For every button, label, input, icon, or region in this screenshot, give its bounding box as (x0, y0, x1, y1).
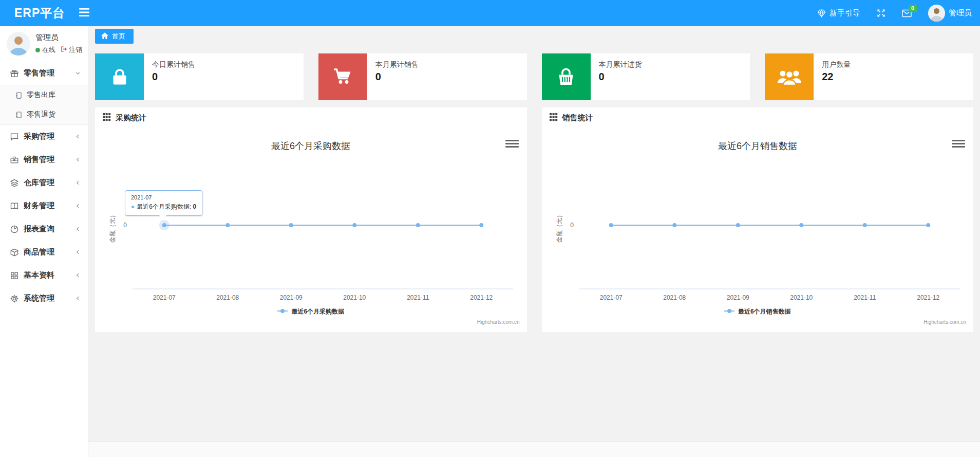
chevron-down-icon (75, 69, 81, 78)
highcharts-credits-link[interactable]: Highcharts.com.cn (924, 319, 966, 325)
sidebar-item-purchase[interactable]: 采购管理 (0, 125, 88, 148)
tab-home-label: 首页 (112, 32, 125, 41)
highcharts-credits-link[interactable]: Highcharts.com.cn (477, 319, 520, 325)
online-label: 在线 (42, 45, 55, 54)
user-meta: 管理员 在线 注销 (35, 33, 82, 54)
avatar (928, 5, 945, 22)
y-axis-tick-label: 0 (123, 222, 127, 229)
x-axis-tick-label: 2021-08 (216, 294, 239, 301)
guide-button[interactable]: 新手引导 (817, 8, 860, 18)
series-bullet-icon: ● (131, 203, 135, 210)
sidebar-item-retail-return[interactable]: 零售退货 (0, 105, 88, 124)
stat-card-title: 本月累计销售 (375, 60, 419, 69)
stat-card-text: 今日累计销售0 (144, 53, 195, 100)
data-point[interactable] (799, 223, 803, 227)
sidebar-subitem-label: 零售退货 (27, 110, 55, 119)
hamburger-icon (79, 8, 89, 18)
data-point[interactable] (926, 223, 930, 227)
messages-button[interactable]: 0 (902, 9, 912, 17)
sidebar-item-system[interactable]: 系统管理 (0, 287, 88, 310)
sidebar-item-label: 采购管理 (24, 132, 75, 141)
stat-card-today-sales: 今日累计销售0 (95, 53, 304, 100)
panel-header: 采购统计 (95, 107, 527, 129)
sidebar-item-goods[interactable]: 商品管理 (0, 241, 88, 264)
stat-card-value: 22 (822, 71, 851, 83)
data-point[interactable] (736, 223, 740, 227)
panel-header: 销售统计 (542, 107, 974, 129)
tab-home[interactable]: 首页 (95, 29, 134, 44)
sales-chart: 最近6个月销售数据金额（元）02021-072021-082021-092021… (542, 129, 974, 332)
submenu-retail: 零售出库零售退货 (0, 85, 88, 125)
y-axis-title: 金额（元） (109, 212, 116, 243)
stat-card-title: 本月累计进货 (599, 60, 642, 69)
tooltip-category: 2021-07 (131, 194, 196, 200)
sidebar-item-warehouse[interactable]: 仓库管理 (0, 171, 88, 194)
avatar (7, 32, 30, 56)
data-point[interactable] (352, 223, 356, 227)
x-axis-tick-label: 2021-11 (854, 294, 876, 301)
legend-marker-icon (277, 307, 288, 316)
chart-panels-row: 采购统计最近6个月采购数据金额（元）02021-072021-082021-09… (95, 107, 973, 332)
sidebar-item-basic[interactable]: 基本资料 (0, 264, 88, 287)
bag-icon (95, 53, 144, 100)
chart-context-menu-button[interactable] (952, 138, 965, 149)
stat-card-value: 0 (152, 71, 195, 83)
username-label: 管理员 (35, 33, 82, 43)
data-point[interactable] (862, 223, 866, 227)
data-point[interactable] (289, 223, 293, 227)
y-axis-tick-label: 0 (570, 222, 574, 229)
data-point[interactable] (225, 223, 230, 227)
chart-tooltip: 2021-07●最近6个月采购数据: 0 (125, 190, 202, 216)
chart-legend-item[interactable]: 最近6个月销售数据 (542, 307, 974, 316)
chevron-left-icon (75, 248, 81, 257)
chart-title: 最近6个月销售数据 (718, 141, 797, 151)
gift-icon (10, 69, 19, 78)
sidebar-item-label: 报表查询 (24, 224, 75, 234)
legend-label: 最近6个月销售数据 (738, 307, 791, 316)
sidebar: 管理员 在线 注销 零售管理零售出库零售退货采购管理销售管理仓库管理财务管理报表… (0, 26, 88, 457)
chart-title: 最近6个月采购数据 (271, 141, 350, 151)
fullscreen-button[interactable] (877, 9, 885, 17)
data-point[interactable] (162, 223, 166, 227)
stat-card-value: 0 (375, 71, 419, 83)
logout-label: 注销 (69, 45, 82, 54)
chart-legend-item[interactable]: 最近6个月采购数据 (95, 307, 527, 316)
sidebar-menu: 零售管理零售出库零售退货采购管理销售管理仓库管理财务管理报表查询商品管理基本资料… (0, 62, 88, 310)
logout-button[interactable]: 注销 (61, 45, 82, 54)
sidebar-item-finance[interactable]: 财务管理 (0, 194, 88, 217)
sidebar-user-block: 管理员 在线 注销 (0, 26, 88, 62)
chart-canvas: 最近6个月采购数据金额（元）02021-072021-082021-092021… (95, 129, 526, 332)
x-axis-tick-label: 2021-08 (663, 294, 686, 301)
sidebar-item-label: 商品管理 (24, 247, 75, 257)
sidebar-item-reports[interactable]: 报表查询 (0, 217, 88, 241)
stat-card-title: 今日累计销售 (152, 60, 195, 69)
sidebar-item-label: 销售管理 (24, 155, 75, 164)
th-grid-icon (103, 113, 111, 123)
users-icon (765, 53, 814, 100)
data-point[interactable] (479, 223, 483, 227)
journal-icon (15, 92, 23, 99)
x-axis-tick-label: 2021-09 (280, 294, 303, 301)
sidebar-item-retail-outbound[interactable]: 零售出库 (0, 85, 88, 105)
tooltip-value: 0 (193, 203, 197, 210)
sidebar-item-sales[interactable]: 销售管理 (0, 148, 88, 171)
data-point[interactable] (416, 223, 420, 227)
sidebar-item-retail[interactable]: 零售管理 (0, 62, 88, 85)
x-axis-tick-label: 2021-09 (726, 294, 749, 301)
sidebar-toggle-button[interactable] (76, 5, 92, 21)
chart-context-menu-button[interactable] (505, 138, 519, 149)
chevron-left-icon (75, 202, 81, 211)
legend-marker-icon (724, 307, 734, 316)
sidebar-item-label: 系统管理 (24, 294, 75, 303)
user-menu[interactable]: 管理员 (928, 5, 972, 22)
y-axis-title: 金额（元） (556, 212, 563, 243)
stat-card-month-sales: 本月累计销售0 (318, 53, 527, 100)
sidebar-item-label: 零售管理 (24, 68, 75, 78)
main-content: 首页 今日累计销售0本月累计销售0本月累计进货0用户数量22 采购统计最近6个月… (88, 26, 980, 457)
data-point[interactable] (672, 223, 676, 227)
data-point[interactable] (609, 223, 613, 227)
stat-cards-row: 今日累计销售0本月累计销售0本月累计进货0用户数量22 (95, 53, 973, 100)
x-axis-tick-label: 2021-07 (599, 294, 622, 301)
purchase-chart: 最近6个月采购数据金额（元）02021-072021-082021-092021… (95, 129, 527, 332)
username-label: 管理员 (949, 8, 972, 18)
